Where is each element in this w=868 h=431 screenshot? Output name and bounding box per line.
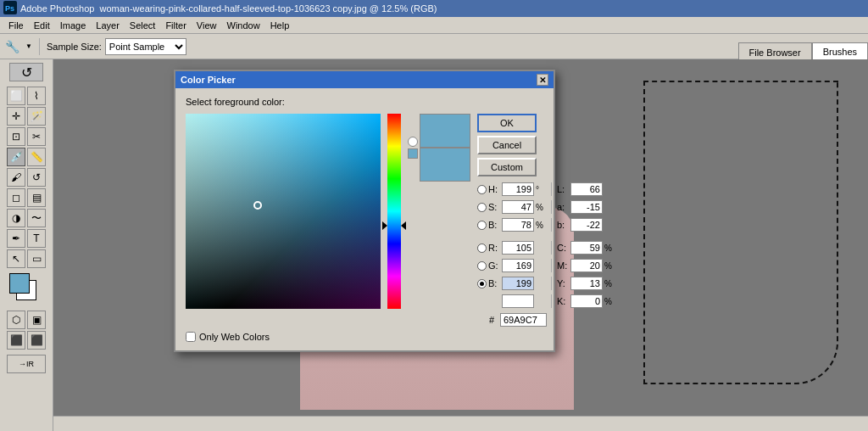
- menu-view[interactable]: View: [192, 19, 222, 32]
- full-screen[interactable]: ⬛: [27, 331, 46, 350]
- dialog-subtitle: Select foreground color:: [186, 97, 543, 107]
- menu-window[interactable]: Window: [222, 19, 265, 32]
- red-radio[interactable]: [477, 243, 487, 253]
- saturation-input[interactable]: [502, 200, 534, 214]
- divider-5: [551, 259, 552, 272]
- hue-input[interactable]: [502, 182, 534, 196]
- web-colors-checkbox[interactable]: [186, 332, 196, 342]
- C-input[interactable]: [570, 241, 603, 255]
- standard-mode[interactable]: ▣: [27, 311, 46, 329]
- tab-file-browser[interactable]: File Browser: [738, 42, 812, 61]
- tool-row-6: ◻ ▤: [7, 188, 46, 207]
- gradient-tool[interactable]: ▤: [27, 188, 46, 207]
- ok-button[interactable]: OK: [477, 114, 537, 132]
- L-input[interactable]: [570, 182, 603, 196]
- jump-to-imageready[interactable]: →IR: [7, 355, 46, 373]
- path-selection-tool[interactable]: ↖: [7, 249, 25, 268]
- hue-radio[interactable]: [477, 185, 487, 194]
- M-unit: %: [604, 261, 612, 271]
- hex-input[interactable]: [500, 313, 547, 327]
- brush-tool[interactable]: 🖌: [7, 168, 25, 187]
- divider-2: [551, 200, 552, 214]
- marquee-tool[interactable]: ⬜: [7, 87, 25, 105]
- a-input[interactable]: [570, 200, 603, 214]
- a-label: a:: [557, 202, 569, 212]
- Y-input[interactable]: [570, 277, 603, 290]
- measure-tool[interactable]: 📏: [27, 148, 46, 166]
- saturation-radio[interactable]: [477, 203, 487, 212]
- dialog-titlebar: Color Picker ✕: [175, 71, 554, 88]
- slice-tool[interactable]: ✂: [27, 127, 46, 146]
- custom-button[interactable]: Custom: [477, 158, 537, 176]
- red-input[interactable]: [502, 241, 534, 255]
- hue-slider[interactable]: [387, 114, 401, 309]
- brightness-radio[interactable]: [477, 221, 487, 230]
- small-icons-col: [408, 137, 418, 159]
- move-tool[interactable]: ✛: [7, 107, 25, 126]
- K-label: K:: [557, 296, 569, 306]
- eyedropper-icon[interactable]: 💉: [7, 148, 25, 166]
- brightness-label: B:: [488, 220, 500, 230]
- left-toolbar: ↺ ⬜ ⌇ ✛ 🪄 ⊡ ✂ 💉 📏 🖌 ↺ ◻ ▤ ◑ 〜 ✒ T ↖ ▭: [0, 59, 53, 431]
- eyedropper-tool-icon[interactable]: 🔧: [3, 38, 20, 55]
- tool-row-8: ✒ T: [7, 229, 46, 248]
- hue-row: H: ° L:: [477, 182, 612, 197]
- magic-wand-tool[interactable]: 🪄: [27, 107, 46, 126]
- Y-unit: %: [604, 279, 612, 288]
- color-gradient-picker[interactable]: [186, 114, 381, 309]
- type-tool[interactable]: T: [27, 229, 46, 248]
- menu-select[interactable]: Select: [125, 19, 161, 32]
- tab-brushes[interactable]: Brushes: [812, 42, 868, 61]
- menu-edit[interactable]: Edit: [29, 19, 55, 32]
- foreground-color-swatch[interactable]: [9, 273, 30, 294]
- dialog-close-button[interactable]: ✕: [537, 74, 548, 86]
- dodge-tool[interactable]: ◑: [7, 209, 25, 227]
- eraser-tool[interactable]: ◻: [7, 188, 25, 207]
- web-safe-icon[interactable]: [408, 148, 418, 159]
- green-input[interactable]: [502, 259, 534, 272]
- tool-row-1: ⬜ ⌇: [7, 87, 46, 105]
- color-picker-dialog: Color Picker ✕ Select foreground color:: [174, 70, 555, 352]
- C-label: C:: [557, 243, 569, 253]
- svg-text:Ps: Ps: [5, 4, 14, 13]
- menu-filter[interactable]: Filter: [160, 19, 191, 32]
- tool-dropdown-arrow[interactable]: ▼: [24, 38, 34, 55]
- menu-bar: File Edit Image Layer Select Filter View…: [0, 17, 868, 34]
- divider-7: [551, 294, 552, 308]
- menu-image[interactable]: Image: [55, 19, 92, 32]
- blue-input[interactable]: [502, 277, 534, 290]
- pen-tool[interactable]: ✒: [7, 229, 25, 248]
- K-row: K: %: [477, 294, 612, 309]
- status-bar: [53, 416, 868, 431]
- M-label: M:: [557, 260, 569, 271]
- crop-tool[interactable]: ⊡: [7, 127, 25, 146]
- hue-slider-container: [387, 114, 401, 309]
- shape-tool[interactable]: ▭: [27, 249, 46, 268]
- menu-file[interactable]: File: [3, 19, 29, 32]
- color-swatches[interactable]: [9, 273, 43, 305]
- blue-radio[interactable]: [477, 279, 487, 288]
- brightness-unit: %: [536, 221, 546, 230]
- lasso-tool[interactable]: ⌇: [27, 87, 46, 105]
- tool-row-7: ◑ 〜: [7, 209, 46, 227]
- color-preview-row: [408, 114, 470, 182]
- quick-mask-mode[interactable]: ⬡: [7, 311, 25, 329]
- menu-layer[interactable]: Layer: [91, 19, 125, 32]
- green-radio[interactable]: [477, 261, 487, 271]
- history-brush-tool[interactable]: ↺: [27, 168, 46, 187]
- hue-slider-arrow-left: [382, 221, 387, 230]
- M-input[interactable]: [570, 259, 603, 272]
- smudge-tool[interactable]: 〜: [27, 209, 46, 227]
- right-panel: OK Cancel Custom H: ° L:: [477, 114, 612, 327]
- current-color-preview: [420, 148, 470, 182]
- tool-preset-picker[interactable]: ↺: [9, 63, 43, 81]
- menu-help[interactable]: Help: [265, 19, 295, 32]
- sample-size-select[interactable]: Point Sample 3 by 3 Average 5 by 5 Avera…: [105, 38, 186, 55]
- tool-row-jump: →IR: [7, 355, 46, 373]
- brightness-input[interactable]: [502, 218, 534, 232]
- screen-mode[interactable]: ⬛: [7, 331, 25, 350]
- cancel-button[interactable]: Cancel: [477, 136, 537, 154]
- color-alert-icon: [408, 137, 418, 147]
- b-lab-input[interactable]: [570, 218, 603, 232]
- K-input[interactable]: [570, 294, 603, 308]
